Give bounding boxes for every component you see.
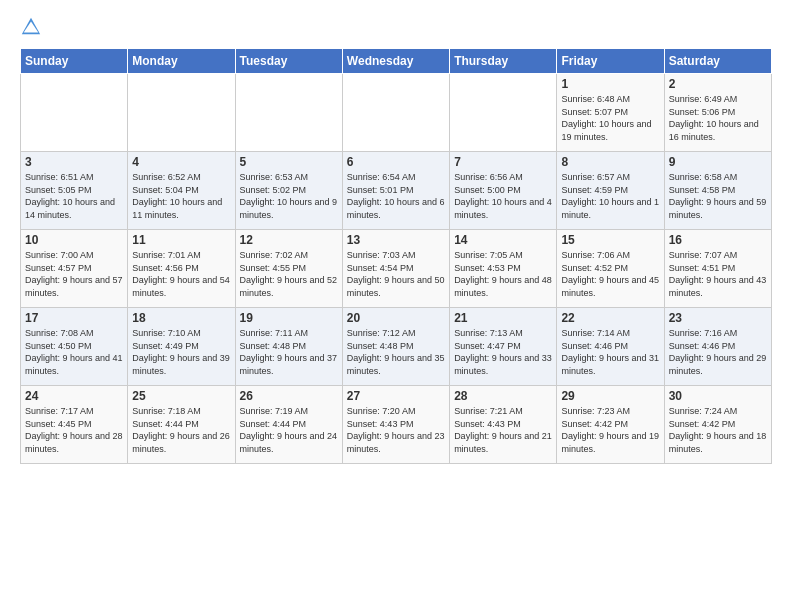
calendar-day-cell: 3Sunrise: 6:51 AMSunset: 5:05 PMDaylight… (21, 152, 128, 230)
calendar-week-row: 1Sunrise: 6:48 AMSunset: 5:07 PMDaylight… (21, 74, 772, 152)
calendar-day-cell: 29Sunrise: 7:23 AMSunset: 4:42 PMDayligh… (557, 386, 664, 464)
day-info: Sunrise: 6:52 AMSunset: 5:04 PMDaylight:… (132, 171, 230, 221)
day-number: 24 (25, 389, 123, 403)
calendar-day-cell: 2Sunrise: 6:49 AMSunset: 5:06 PMDaylight… (664, 74, 771, 152)
day-info: Sunrise: 6:54 AMSunset: 5:01 PMDaylight:… (347, 171, 445, 221)
calendar: SundayMondayTuesdayWednesdayThursdayFrid… (20, 48, 772, 464)
calendar-day-cell: 24Sunrise: 7:17 AMSunset: 4:45 PMDayligh… (21, 386, 128, 464)
day-info: Sunrise: 6:56 AMSunset: 5:00 PMDaylight:… (454, 171, 552, 221)
page: SundayMondayTuesdayWednesdayThursdayFrid… (0, 0, 792, 612)
calendar-week-row: 3Sunrise: 6:51 AMSunset: 5:05 PMDaylight… (21, 152, 772, 230)
day-number: 18 (132, 311, 230, 325)
weekday-row: SundayMondayTuesdayWednesdayThursdayFrid… (21, 49, 772, 74)
calendar-week-row: 10Sunrise: 7:00 AMSunset: 4:57 PMDayligh… (21, 230, 772, 308)
day-info: Sunrise: 7:10 AMSunset: 4:49 PMDaylight:… (132, 327, 230, 377)
calendar-day-cell: 6Sunrise: 6:54 AMSunset: 5:01 PMDaylight… (342, 152, 449, 230)
day-number: 22 (561, 311, 659, 325)
calendar-day-cell: 21Sunrise: 7:13 AMSunset: 4:47 PMDayligh… (450, 308, 557, 386)
weekday-header: Sunday (21, 49, 128, 74)
calendar-day-cell: 26Sunrise: 7:19 AMSunset: 4:44 PMDayligh… (235, 386, 342, 464)
weekday-header: Wednesday (342, 49, 449, 74)
weekday-header: Saturday (664, 49, 771, 74)
calendar-day-cell (342, 74, 449, 152)
calendar-day-cell: 4Sunrise: 6:52 AMSunset: 5:04 PMDaylight… (128, 152, 235, 230)
day-number: 11 (132, 233, 230, 247)
calendar-day-cell (128, 74, 235, 152)
calendar-day-cell (21, 74, 128, 152)
day-info: Sunrise: 6:49 AMSunset: 5:06 PMDaylight:… (669, 93, 767, 143)
day-info: Sunrise: 6:48 AMSunset: 5:07 PMDaylight:… (561, 93, 659, 143)
calendar-day-cell: 9Sunrise: 6:58 AMSunset: 4:58 PMDaylight… (664, 152, 771, 230)
calendar-day-cell: 16Sunrise: 7:07 AMSunset: 4:51 PMDayligh… (664, 230, 771, 308)
header (20, 16, 772, 38)
day-number: 26 (240, 389, 338, 403)
day-number: 14 (454, 233, 552, 247)
day-info: Sunrise: 7:17 AMSunset: 4:45 PMDaylight:… (25, 405, 123, 455)
day-info: Sunrise: 7:05 AMSunset: 4:53 PMDaylight:… (454, 249, 552, 299)
day-info: Sunrise: 7:06 AMSunset: 4:52 PMDaylight:… (561, 249, 659, 299)
day-number: 3 (25, 155, 123, 169)
calendar-day-cell: 18Sunrise: 7:10 AMSunset: 4:49 PMDayligh… (128, 308, 235, 386)
svg-marker-1 (24, 22, 39, 33)
day-info: Sunrise: 6:57 AMSunset: 4:59 PMDaylight:… (561, 171, 659, 221)
day-info: Sunrise: 6:58 AMSunset: 4:58 PMDaylight:… (669, 171, 767, 221)
day-number: 12 (240, 233, 338, 247)
calendar-week-row: 24Sunrise: 7:17 AMSunset: 4:45 PMDayligh… (21, 386, 772, 464)
day-info: Sunrise: 7:24 AMSunset: 4:42 PMDaylight:… (669, 405, 767, 455)
calendar-day-cell (235, 74, 342, 152)
calendar-day-cell: 14Sunrise: 7:05 AMSunset: 4:53 PMDayligh… (450, 230, 557, 308)
day-number: 21 (454, 311, 552, 325)
day-number: 30 (669, 389, 767, 403)
day-number: 16 (669, 233, 767, 247)
day-number: 20 (347, 311, 445, 325)
day-info: Sunrise: 7:11 AMSunset: 4:48 PMDaylight:… (240, 327, 338, 377)
calendar-week-row: 17Sunrise: 7:08 AMSunset: 4:50 PMDayligh… (21, 308, 772, 386)
day-info: Sunrise: 7:18 AMSunset: 4:44 PMDaylight:… (132, 405, 230, 455)
day-number: 5 (240, 155, 338, 169)
day-number: 9 (669, 155, 767, 169)
day-info: Sunrise: 7:21 AMSunset: 4:43 PMDaylight:… (454, 405, 552, 455)
day-info: Sunrise: 7:02 AMSunset: 4:55 PMDaylight:… (240, 249, 338, 299)
day-info: Sunrise: 7:20 AMSunset: 4:43 PMDaylight:… (347, 405, 445, 455)
day-number: 10 (25, 233, 123, 247)
calendar-day-cell: 22Sunrise: 7:14 AMSunset: 4:46 PMDayligh… (557, 308, 664, 386)
logo (20, 16, 46, 38)
day-info: Sunrise: 7:01 AMSunset: 4:56 PMDaylight:… (132, 249, 230, 299)
day-info: Sunrise: 7:00 AMSunset: 4:57 PMDaylight:… (25, 249, 123, 299)
day-number: 1 (561, 77, 659, 91)
calendar-day-cell: 30Sunrise: 7:24 AMSunset: 4:42 PMDayligh… (664, 386, 771, 464)
weekday-header: Tuesday (235, 49, 342, 74)
calendar-day-cell (450, 74, 557, 152)
calendar-day-cell: 19Sunrise: 7:11 AMSunset: 4:48 PMDayligh… (235, 308, 342, 386)
calendar-day-cell: 20Sunrise: 7:12 AMSunset: 4:48 PMDayligh… (342, 308, 449, 386)
day-info: Sunrise: 7:14 AMSunset: 4:46 PMDaylight:… (561, 327, 659, 377)
day-info: Sunrise: 7:23 AMSunset: 4:42 PMDaylight:… (561, 405, 659, 455)
day-number: 6 (347, 155, 445, 169)
day-number: 13 (347, 233, 445, 247)
calendar-day-cell: 13Sunrise: 7:03 AMSunset: 4:54 PMDayligh… (342, 230, 449, 308)
day-info: Sunrise: 7:13 AMSunset: 4:47 PMDaylight:… (454, 327, 552, 377)
calendar-day-cell: 1Sunrise: 6:48 AMSunset: 5:07 PMDaylight… (557, 74, 664, 152)
calendar-day-cell: 23Sunrise: 7:16 AMSunset: 4:46 PMDayligh… (664, 308, 771, 386)
calendar-day-cell: 12Sunrise: 7:02 AMSunset: 4:55 PMDayligh… (235, 230, 342, 308)
day-number: 15 (561, 233, 659, 247)
day-number: 29 (561, 389, 659, 403)
calendar-day-cell: 11Sunrise: 7:01 AMSunset: 4:56 PMDayligh… (128, 230, 235, 308)
weekday-header: Monday (128, 49, 235, 74)
weekday-header: Friday (557, 49, 664, 74)
day-number: 23 (669, 311, 767, 325)
logo-icon (20, 16, 42, 38)
day-info: Sunrise: 7:07 AMSunset: 4:51 PMDaylight:… (669, 249, 767, 299)
calendar-body: 1Sunrise: 6:48 AMSunset: 5:07 PMDaylight… (21, 74, 772, 464)
day-number: 4 (132, 155, 230, 169)
day-number: 27 (347, 389, 445, 403)
day-info: Sunrise: 7:08 AMSunset: 4:50 PMDaylight:… (25, 327, 123, 377)
calendar-header: SundayMondayTuesdayWednesdayThursdayFrid… (21, 49, 772, 74)
weekday-header: Thursday (450, 49, 557, 74)
day-info: Sunrise: 7:19 AMSunset: 4:44 PMDaylight:… (240, 405, 338, 455)
calendar-day-cell: 17Sunrise: 7:08 AMSunset: 4:50 PMDayligh… (21, 308, 128, 386)
calendar-day-cell: 15Sunrise: 7:06 AMSunset: 4:52 PMDayligh… (557, 230, 664, 308)
calendar-day-cell: 10Sunrise: 7:00 AMSunset: 4:57 PMDayligh… (21, 230, 128, 308)
day-number: 8 (561, 155, 659, 169)
day-info: Sunrise: 6:53 AMSunset: 5:02 PMDaylight:… (240, 171, 338, 221)
